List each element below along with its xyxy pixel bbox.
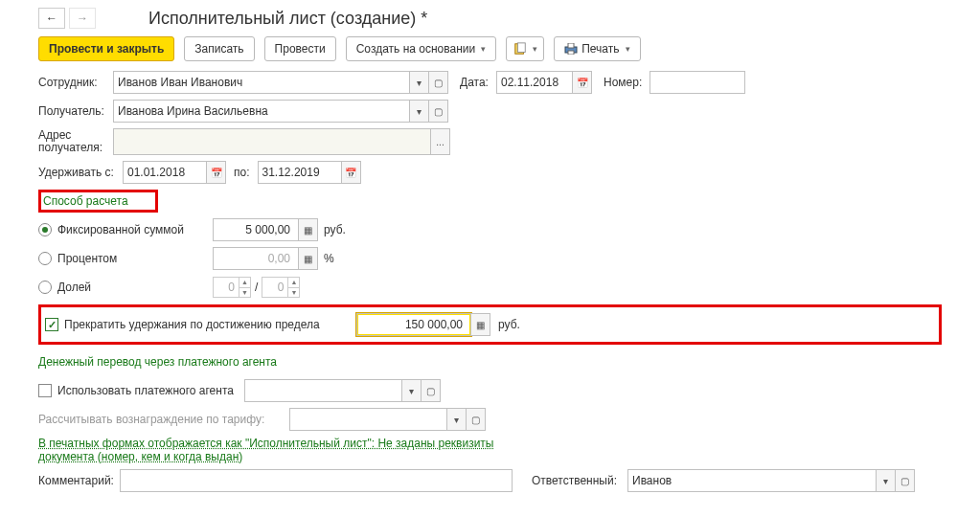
limit-input[interactable]: 150 000,00 <box>356 313 471 336</box>
post-and-close-button[interactable]: Провести и закрыть <box>38 36 174 61</box>
withhold-from-input[interactable]: 01.01.2018 <box>123 161 207 184</box>
comment-label: Комментарий: <box>38 474 120 487</box>
open-button[interactable]: ▢ <box>429 100 448 123</box>
withhold-to-input[interactable]: 31.12.2019 <box>258 161 342 184</box>
calculator-button[interactable]: ▦ <box>299 247 318 270</box>
calculator-button[interactable]: ▦ <box>471 313 490 336</box>
calculator-button[interactable]: ▦ <box>299 218 318 241</box>
nav-forward-button[interactable]: → <box>69 8 96 29</box>
open-button[interactable]: ▢ <box>422 379 441 402</box>
calendar-button[interactable]: 📅 <box>207 161 226 184</box>
calendar-button[interactable]: 📅 <box>573 71 592 94</box>
recipient-label: Получатель: <box>38 104 113 118</box>
save-button[interactable]: Записать <box>184 36 254 61</box>
printer-icon <box>564 43 578 55</box>
fixed-sum-radio[interactable] <box>38 223 52 236</box>
open-button[interactable]: ▢ <box>467 408 486 431</box>
dropdown-button[interactable]: ▾ <box>402 379 422 402</box>
responsible-label: Ответственный: <box>532 474 627 487</box>
fixed-sum-label: Фиксированной суммой <box>57 223 201 236</box>
open-button[interactable]: ▢ <box>896 469 915 492</box>
employee-input[interactable]: Иванов Иван Иванович <box>113 71 410 94</box>
rub-unit: руб. <box>498 318 520 331</box>
dropdown-button[interactable]: ▾ <box>410 71 429 94</box>
agent-input[interactable] <box>244 379 402 402</box>
arrow-left-icon: ← <box>46 11 57 25</box>
number-input[interactable] <box>650 71 745 94</box>
svg-rect-4 <box>568 51 574 55</box>
withhold-from-label: Удерживать с: <box>38 166 123 179</box>
paperclip-icon <box>513 42 527 56</box>
ellipsis-button[interactable]: ... <box>431 128 450 155</box>
percent-label: Процентом <box>57 252 201 265</box>
page-title: Исполнительный лист (создание) * <box>148 9 427 29</box>
recipient-addr-input[interactable] <box>113 128 431 155</box>
employee-label: Сотрудник: <box>38 76 113 89</box>
recipient-input[interactable]: Иванова Ирина Васильевна <box>113 100 410 123</box>
svg-rect-1 <box>517 43 525 53</box>
calendar-button[interactable]: 📅 <box>342 161 361 184</box>
date-input[interactable]: 02.11.2018 <box>496 71 573 94</box>
print-note-link[interactable]: В печатных формах отображается как "Испо… <box>38 437 498 463</box>
use-agent-label: Использовать платежного агента <box>57 384 244 397</box>
rub-unit: руб. <box>324 223 346 236</box>
withhold-to-label: по: <box>234 166 250 179</box>
dropdown-button[interactable]: ▾ <box>877 469 896 492</box>
number-label: Номер: <box>604 76 650 89</box>
dropdown-button[interactable]: ▾ <box>410 100 429 123</box>
percent-input[interactable]: 0,00 <box>213 247 299 270</box>
nav-back-button[interactable]: ← <box>38 8 65 29</box>
attach-button[interactable]: ▾ <box>506 36 544 61</box>
chevron-down-icon: ▾ <box>626 44 630 54</box>
svg-rect-3 <box>568 43 574 48</box>
use-agent-checkbox[interactable] <box>38 384 52 397</box>
fraction-radio[interactable] <box>38 281 52 294</box>
fraction-label: Долей <box>57 281 201 294</box>
percent-unit: % <box>324 252 334 265</box>
percent-radio[interactable] <box>38 252 52 265</box>
chevron-down-icon: ▾ <box>481 44 486 54</box>
fraction-num-input[interactable]: 0▲▼ <box>213 277 251 298</box>
dropdown-button[interactable]: ▾ <box>447 408 467 431</box>
fraction-slash: / <box>255 281 258 294</box>
print-button[interactable]: Печать▾ <box>554 36 640 61</box>
post-button[interactable]: Провести <box>264 36 336 61</box>
tariff-input[interactable] <box>289 408 447 431</box>
create-based-button[interactable]: Создать на основании▾ <box>346 36 497 61</box>
recipient-addr-label: Адрес получателя: <box>38 129 113 154</box>
stop-limit-label: Прекратить удержания по достижению преде… <box>64 318 356 331</box>
arrow-right-icon: → <box>77 11 88 25</box>
stop-limit-checkbox[interactable] <box>45 318 58 331</box>
fraction-den-input[interactable]: 0▲▼ <box>262 277 300 298</box>
transfer-agent-heading: Денежный перевод через платежного агента <box>38 355 277 369</box>
comment-input[interactable] <box>120 469 513 492</box>
reward-tariff-label: Рассчитывать вознаграждение по тарифу: <box>38 413 289 426</box>
chevron-down-icon: ▾ <box>533 44 537 54</box>
fixed-sum-input[interactable]: 5 000,00 <box>213 218 299 241</box>
calc-method-heading: Способ расчета <box>43 194 128 208</box>
open-button[interactable]: ▢ <box>429 71 448 94</box>
date-label: Дата: <box>460 76 496 89</box>
responsible-input[interactable]: Иванов <box>627 469 877 492</box>
